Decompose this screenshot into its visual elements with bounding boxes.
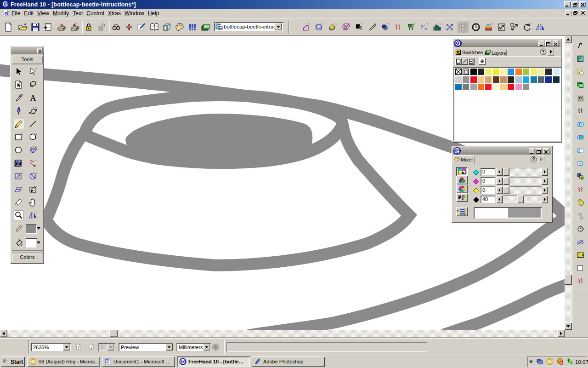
svg-text:A: A xyxy=(30,93,36,103)
svg-text:?: ? xyxy=(532,157,535,162)
svg-text:?: ? xyxy=(542,49,545,54)
svg-text:W: W xyxy=(105,359,109,364)
